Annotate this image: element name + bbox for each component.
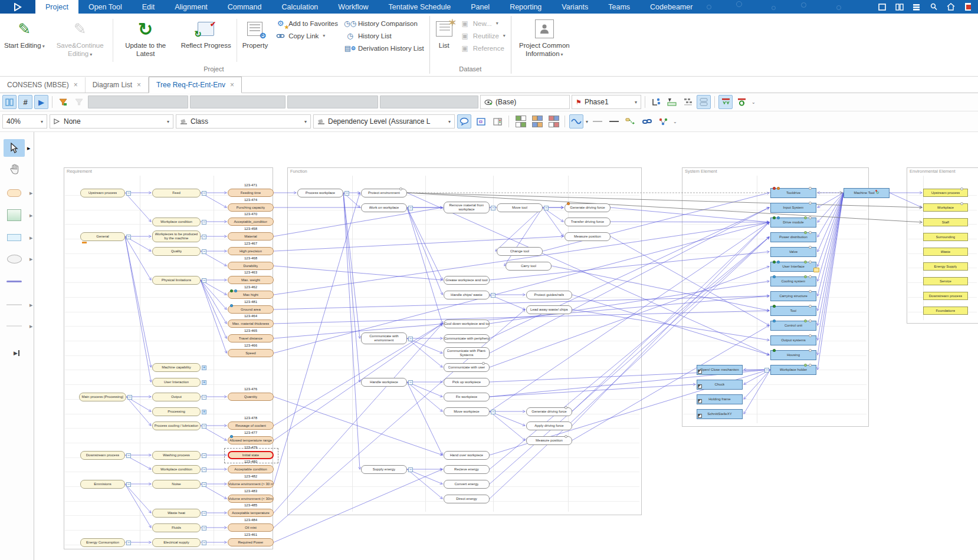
update-to-latest-button[interactable]: ↻ Update to the Latest (114, 15, 177, 65)
collapse-icon[interactable]: − (202, 541, 206, 545)
node-wc1[interactable]: Workplace condition− (152, 218, 201, 226)
menu-item-reporting[interactable]: Reporting (500, 0, 552, 14)
color-mode-class-selector[interactable]: Class▾ (176, 114, 311, 129)
node-mcap[interactable]: Machine capability+ (152, 363, 201, 372)
environment-shape-tool[interactable]: ▶ (4, 250, 25, 268)
filter-field-3[interactable] (287, 95, 378, 108)
panel-menu-icon[interactable] (912, 3, 921, 11)
node-ve1[interactable]: Volume environment (> 30 m) (228, 480, 274, 488)
node-qual[interactable]: Quality− (152, 247, 201, 256)
node-cyt[interactable]: Carry tool (506, 262, 552, 271)
link-chain-icon[interactable] (640, 114, 654, 129)
requirement-shape-tool[interactable]: ▶ (4, 184, 25, 202)
collapse-icon[interactable]: − (202, 220, 206, 225)
node-fnd[interactable]: Foundations (923, 307, 968, 315)
node-srd[interactable]: Surrounding (923, 233, 968, 241)
node-upe[interactable]: Upstream process (923, 189, 968, 197)
more-options-icon[interactable]: ⌄ (751, 100, 756, 105)
node-mh[interactable]: Max hight (228, 291, 274, 299)
home-icon[interactable] (946, 3, 955, 11)
collapse-icon[interactable]: − (202, 511, 206, 516)
menu-item-workflow[interactable]: Workflow (328, 0, 378, 14)
node-rmw[interactable]: Remove material from workplace− (444, 202, 490, 213)
node-sxy[interactable]: SchnittStelleXY (697, 409, 743, 419)
node-crs[interactable]: Carrying structure (770, 291, 816, 301)
node-dur[interactable]: Durability (228, 262, 274, 270)
menu-item-tentative-schedule[interactable]: Tentative Schedule (379, 0, 461, 14)
copy-link-button[interactable]: Copy Link▾ (275, 31, 338, 40)
node-ins[interactable]: Input System (770, 203, 816, 213)
collapse-icon[interactable]: − (202, 526, 206, 531)
node-fxw[interactable]: Fix workpiece (444, 393, 490, 401)
derivation-history-list-button[interactable]: ▤⚙ Derivation History List (345, 44, 424, 52)
node-phys[interactable]: Physical limitations− (152, 276, 201, 285)
grid-view-icon[interactable]: # (18, 95, 32, 109)
node-tdr[interactable]: Tooldrive (770, 188, 816, 198)
node-noi[interactable]: Noise− (152, 480, 201, 489)
tree-style-1-icon[interactable] (513, 114, 527, 129)
node-ms2[interactable]: Measure position (526, 436, 572, 445)
node-esy[interactable]: Energy Supply (923, 262, 968, 271)
dialog-window-icon[interactable] (474, 114, 488, 129)
line-thick-icon[interactable] (607, 114, 621, 129)
pane-layout-icon[interactable] (2, 95, 17, 109)
app-logo[interactable] (0, 0, 35, 14)
collapse-icon[interactable]: − (491, 410, 495, 414)
dashed-connector-icon[interactable] (623, 114, 638, 129)
zoom-selector[interactable]: 40%▾ (2, 114, 47, 129)
node-pgr[interactable]: Protect guides/rails (526, 291, 572, 299)
collapse-icon[interactable]: − (408, 206, 413, 210)
tab-close-icon[interactable]: × (74, 81, 78, 89)
node-cht[interactable]: Change tool (497, 247, 543, 256)
menu-item-alignment[interactable]: Alignment (165, 0, 218, 14)
tree-style-2-icon[interactable] (530, 114, 544, 129)
collapse-icon[interactable]: − (491, 293, 495, 298)
node-mmt[interactable]: Max. material thickness (228, 319, 274, 328)
line-style-curve-icon[interactable] (569, 114, 583, 129)
node-enc[interactable]: Energy Consumption− (80, 538, 125, 547)
node-cls[interactable]: Cooling system (770, 276, 816, 286)
node-cen[interactable]: Convert energy (444, 480, 490, 489)
align-red-bar-icon[interactable] (718, 95, 733, 109)
collapse-icon[interactable]: − (202, 191, 206, 196)
node-cpe[interactable]: Communicate with periphery (444, 334, 490, 343)
collapse-icon[interactable]: − (202, 453, 206, 458)
select-tool[interactable]: ▶ (4, 139, 25, 157)
node-pev[interactable]: Protect environment (361, 189, 407, 197)
node-uin[interactable]: User Interface (770, 262, 816, 272)
node-mpr[interactable]: Main process (Processing)− (79, 393, 126, 401)
menu-item-project[interactable]: Project (35, 0, 78, 14)
mode-selector[interactable]: None▾ (50, 114, 173, 129)
menu-item-codebeamer[interactable]: Codebeamer (640, 0, 703, 14)
node-ren[interactable]: Recieve energy (444, 465, 490, 474)
phase-selector[interactable]: ⚑ Phase1▾ (572, 95, 641, 109)
menu-item-teams[interactable]: Teams (598, 0, 640, 14)
node-hwp[interactable]: Handle workpiece− (361, 378, 407, 387)
node-cnu[interactable]: Control unit (770, 321, 816, 331)
grouping-icon[interactable] (697, 95, 711, 109)
history-list-button[interactable]: ◷ History List (345, 31, 424, 40)
node-puw[interactable]: Pick up workpiece (444, 378, 490, 387)
node-drm[interactable]: Drive module (770, 218, 816, 228)
node-law[interactable]: Lead away waste/ chips (526, 305, 572, 314)
node-chk[interactable]: Chuck (697, 380, 743, 390)
side-panel-icon[interactable] (490, 114, 504, 129)
node-pcl[interactable]: Process cooling / lubrication− (152, 421, 201, 430)
connector-line-tool[interactable] (4, 272, 25, 290)
node-wph[interactable]: Workplace holder− (770, 365, 816, 375)
node-ac2[interactable]: Acceptable condition (228, 465, 274, 473)
split-view-icon[interactable] (895, 3, 904, 11)
menu-item-open-tool[interactable]: Open Tool (78, 0, 132, 14)
node-wsh[interactable]: Washing process− (152, 451, 201, 460)
node-atr[interactable]: Allowed temperature range (228, 436, 274, 444)
collapse-icon[interactable]: − (408, 467, 413, 472)
collapse-icon[interactable]: − (764, 368, 769, 373)
node-spd[interactable]: Speed (228, 349, 274, 357)
menu-item-variants[interactable]: Variants (552, 0, 598, 14)
node-up[interactable]: Upstream process− (80, 189, 125, 197)
tab-close-icon[interactable]: × (137, 81, 141, 89)
window-restore-icon[interactable] (878, 3, 887, 11)
tree-style-3-icon[interactable] (546, 114, 560, 129)
system-element-shape-tool[interactable]: ▶ (4, 229, 25, 246)
collapse-icon[interactable]: − (127, 395, 132, 400)
